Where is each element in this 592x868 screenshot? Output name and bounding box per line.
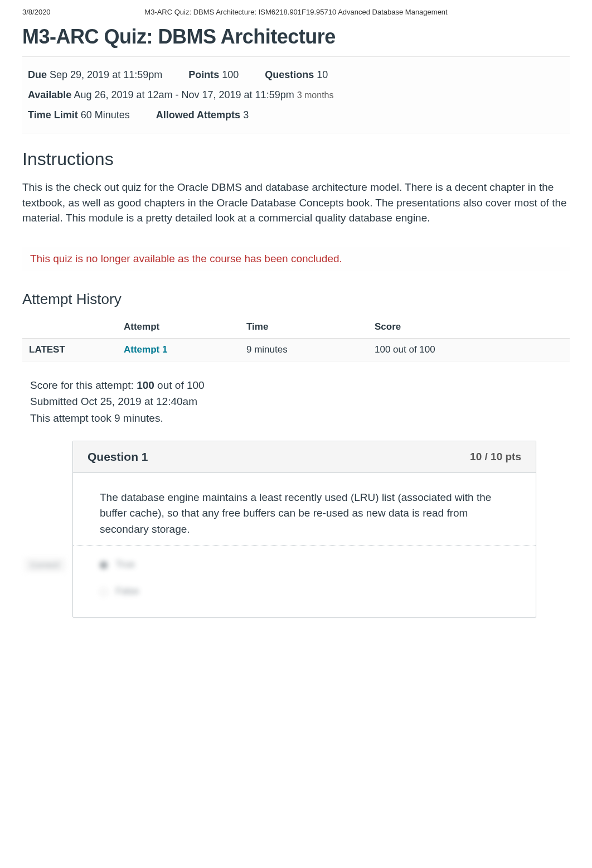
due-label: Due xyxy=(28,69,47,80)
allowed-attempts-label: Allowed Attempts xyxy=(156,109,240,120)
radio-icon xyxy=(100,561,108,569)
summary-submitted: Submitted Oct 25, 2019 at 12:40am xyxy=(30,393,570,409)
attempt-link[interactable]: Attempt 1 xyxy=(124,344,167,355)
points-label: Points xyxy=(188,69,219,80)
summary-score: Score for this attempt: 100 out of 100 xyxy=(30,377,570,393)
page-title: M3-ARC Quiz: DBMS Architecture xyxy=(22,25,570,49)
available-meta: Available Aug 26, 2019 at 12am - Nov 17,… xyxy=(28,85,334,105)
col-attempt: Attempt xyxy=(117,316,240,339)
available-duration: 3 months xyxy=(297,90,334,100)
time-limit-value: 60 Minutes xyxy=(81,109,130,120)
due-value: Sep 29, 2019 at 11:59pm xyxy=(50,69,162,80)
time-limit-meta: Time Limit 60 Minutes xyxy=(28,105,130,125)
questions-value: 10 xyxy=(317,69,328,80)
col-time: Time xyxy=(240,316,368,339)
cell-latest: LATEST xyxy=(22,338,117,361)
attempt-history-heading: Attempt History xyxy=(22,291,570,308)
summary-took: This attempt took 9 minutes. xyxy=(30,410,570,426)
questions-meta: Questions 10 xyxy=(265,65,328,85)
cell-attempt: Attempt 1 xyxy=(117,338,240,361)
table-row: LATEST Attempt 1 9 minutes 100 out of 10… xyxy=(22,338,570,361)
col-blank xyxy=(22,316,117,339)
points-value: 100 xyxy=(222,69,239,80)
allowed-attempts-value: 3 xyxy=(243,109,249,120)
available-label: Available xyxy=(28,89,71,100)
question-title: Question 1 xyxy=(88,450,148,464)
cell-time: 9 minutes xyxy=(240,338,368,361)
questions-label: Questions xyxy=(265,69,314,80)
quiz-unavailable-alert: This quiz is no longer available as the … xyxy=(22,247,570,271)
answers: True False xyxy=(73,545,536,617)
due-meta: Due Sep 29, 2019 at 11:59pm xyxy=(28,65,162,85)
answer-true-label: True xyxy=(115,559,134,570)
summary-score-suffix: out of 100 xyxy=(154,379,205,391)
answer-option-false[interactable]: False xyxy=(100,578,517,605)
available-value: Aug 26, 2019 at 12am - Nov 17, 2019 at 1… xyxy=(74,89,294,100)
print-date: 3/8/2020 xyxy=(22,8,78,16)
summary-score-prefix: Score for this attempt: xyxy=(30,379,137,391)
points-meta: Points 100 xyxy=(188,65,239,85)
col-score: Score xyxy=(368,316,570,339)
answer-false-label: False xyxy=(116,586,139,596)
answer-option-true[interactable]: True xyxy=(100,551,517,578)
radio-icon xyxy=(100,588,108,596)
instructions-heading: Instructions xyxy=(22,149,570,170)
instructions-body: This is the check out quiz for the Oracl… xyxy=(22,180,570,226)
allowed-attempts-meta: Allowed Attempts 3 xyxy=(156,105,249,125)
question-header: Question 1 10 / 10 pts xyxy=(73,441,536,473)
correct-badge: Correct! xyxy=(25,558,65,571)
cell-score: 100 out of 100 xyxy=(368,338,570,361)
attempt-history-table: Attempt Time Score LATEST Attempt 1 9 mi… xyxy=(22,316,570,361)
question-points: 10 / 10 pts xyxy=(470,451,521,463)
time-limit-label: Time Limit xyxy=(28,109,78,120)
question-card: Question 1 10 / 10 pts The database engi… xyxy=(72,441,536,618)
quiz-meta-block: Due Sep 29, 2019 at 11:59pm Points 100 Q… xyxy=(22,56,570,133)
attempt-summary: Score for this attempt: 100 out of 100 S… xyxy=(30,377,570,426)
summary-score-value: 100 xyxy=(137,379,154,391)
print-title: M3-ARC Quiz: DBMS Architecture: ISM6218.… xyxy=(78,8,514,16)
print-header: 3/8/2020 M3-ARC Quiz: DBMS Architecture:… xyxy=(22,0,570,22)
question-text: The database engine maintains a least re… xyxy=(73,473,536,546)
table-header-row: Attempt Time Score xyxy=(22,316,570,339)
